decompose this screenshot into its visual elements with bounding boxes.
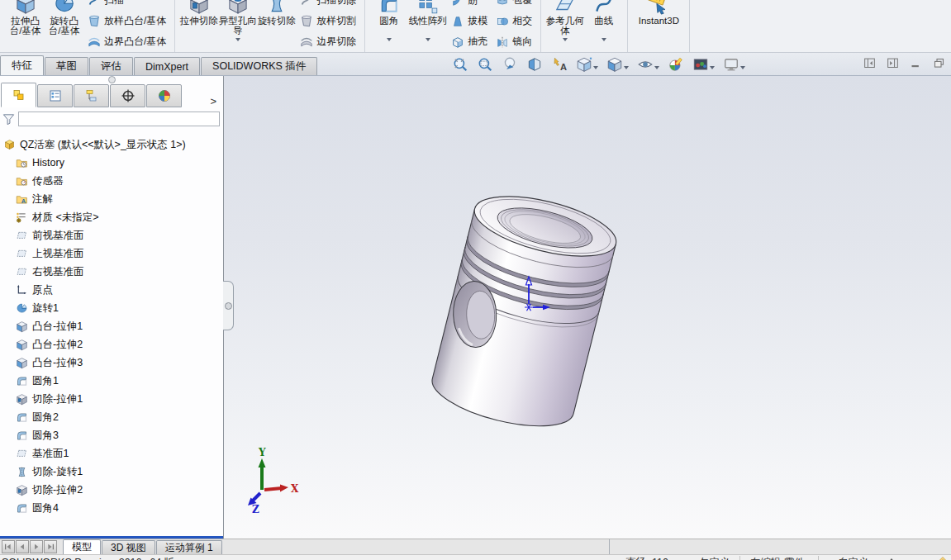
filter-funnel-icon[interactable] [2, 112, 16, 126]
dropdown-arrow-icon[interactable] [387, 38, 392, 41]
dropdown-arrow-icon[interactable] [602, 38, 606, 41]
zoom-fit-button[interactable] [450, 55, 470, 74]
tree-item[interactable]: 切除-拉伸1 [0, 390, 223, 408]
dropdown-arrow-icon[interactable] [710, 66, 715, 69]
tree-item[interactable]: 凸台-拉伸2 [0, 335, 223, 354]
panel-tab-featuremanager[interactable] [1, 83, 36, 107]
nav-prev-button[interactable] [16, 540, 29, 553]
panel-tab-propertymanager[interactable] [37, 84, 73, 107]
ribbon-button-shell[interactable]: 抽壳 [447, 31, 492, 52]
pane-right-button[interactable] [885, 56, 900, 70]
graphics-viewport[interactable]: Y X Z [224, 76, 951, 539]
featuremanager-panel: > QZ活塞 (默认<<默认>_显示状态 1>)History传感器A注解材质 … [0, 76, 224, 539]
tree-item[interactable]: 圆角3 [0, 426, 223, 444]
annotation-view-button[interactable]: A [549, 55, 569, 74]
tree-item[interactable]: A注解 [0, 190, 223, 208]
mirror-icon [496, 36, 509, 49]
bottom-tab-1[interactable]: 3D 视图 [102, 540, 155, 554]
bottom-tab-2[interactable]: 运动算例 1 [156, 540, 222, 554]
ribbon-button-instant3d[interactable]: Instant3D [632, 0, 685, 36]
zoom-area-button[interactable] [475, 55, 495, 74]
ribbon-button-lofted-boss[interactable]: 放样凸台/基体 [83, 11, 170, 31]
panel-tab-configurationmanager[interactable] [74, 84, 109, 107]
panel-collapse-tab[interactable] [223, 281, 234, 330]
ribbon-button-linear-pattern[interactable]: 线性阵列 [408, 0, 447, 41]
ribbon-button-draft[interactable]: 拔模 [447, 11, 492, 31]
tree-item[interactable]: 凸台-拉伸3 [0, 354, 223, 372]
tree-item[interactable]: 旋转1 [0, 299, 223, 317]
ribbon-button-intersect[interactable]: 相交 [492, 11, 536, 31]
ribbon-group: Instant3D [628, 0, 690, 53]
ribbon-button-mirror[interactable]: 镜向 [492, 31, 536, 52]
command-tab-4[interactable]: SOLIDWORKS 插件 [201, 57, 317, 75]
panel-tab-dimxpert[interactable] [110, 84, 145, 107]
nav-first-button[interactable] [2, 540, 15, 553]
ribbon-button-boundary-boss[interactable]: 边界凸台/基体 [83, 31, 170, 52]
view-settings-button[interactable] [721, 55, 747, 74]
pane-left-button[interactable] [862, 56, 877, 70]
tree-item[interactable]: History [0, 154, 223, 172]
dropdown-arrow-icon[interactable] [426, 38, 430, 41]
tree-item[interactable]: 圆角1 [0, 372, 223, 390]
ribbon-button-curves[interactable]: 曲线 [584, 0, 623, 41]
status-units-custom[interactable]: 自定义 [838, 556, 869, 560]
view-orientation-button[interactable] [574, 55, 600, 74]
tree-item[interactable]: 右视基准面 [0, 263, 223, 281]
nav-last-button[interactable] [44, 540, 57, 553]
status-tag-icon[interactable] [937, 556, 949, 560]
tree-item[interactable]: 凸台-拉伸1 [0, 317, 223, 335]
tree-item[interactable]: 前视基准面 [0, 226, 223, 244]
dropdown-arrow-icon[interactable] [654, 66, 659, 69]
tree-item[interactable]: 圆角4 [0, 499, 223, 517]
ribbon-column: 扫描放样凸台/基体边界凸台/基体 [83, 0, 170, 52]
ribbon-button-swept-cut[interactable]: 扫描切除 [296, 0, 360, 11]
panel-tabs-overflow-arrow[interactable]: > [210, 95, 216, 107]
command-tab-1[interactable]: 草图 [45, 57, 88, 75]
section-view-button[interactable] [525, 55, 544, 74]
command-tab-3[interactable]: DimXpert [134, 57, 200, 75]
restore-button[interactable] [931, 56, 946, 70]
ribbon-button-swept-boss[interactable]: 扫描 [83, 0, 170, 11]
ribbon-button-extruded-cut[interactable]: 拉伸切除 [179, 0, 218, 36]
dropdown-arrow-icon[interactable] [593, 66, 598, 69]
tree-item[interactable]: 传感器 [0, 172, 223, 190]
ribbon-button-hole-wizard[interactable]: 异型孔向导 [218, 0, 257, 41]
ribbon-button-wrap[interactable]: 包覆 [492, 0, 536, 11]
ribbon-button-revolved-cut[interactable]: 旋转切除 [257, 0, 296, 36]
tree-item[interactable]: 切除-旋转1 [0, 463, 223, 481]
minimize-button[interactable] [908, 56, 923, 70]
apply-scene-button[interactable] [691, 55, 716, 74]
ribbon-button-revolved-boss[interactable]: 旋转凸台/基体 [45, 0, 83, 36]
tree-item-root[interactable]: QZ活塞 (默认<<默认>_显示状态 1>) [0, 135, 223, 154]
dropdown-arrow-icon[interactable] [235, 38, 240, 41]
dropdown-arrow-icon[interactable] [740, 66, 745, 69]
edit-appearance-button[interactable] [666, 55, 686, 74]
dropdown-arrow-icon[interactable] [563, 38, 568, 41]
ribbon-button-fillet[interactable]: 圆角 [369, 0, 408, 41]
ribbon-button-lofted-cut[interactable]: 放样切割 [296, 11, 360, 31]
command-tab-2[interactable]: 评估 [89, 57, 133, 75]
ribbon-button-boundary-cut[interactable]: 边界切除 [296, 31, 360, 52]
panel-tab-displaymanager[interactable] [146, 84, 182, 107]
nav-next-button[interactable] [30, 540, 43, 553]
ribbon-button-rib[interactable]: 筋 [447, 0, 492, 11]
cut-revolve-feature-icon [16, 466, 28, 478]
command-tab-0[interactable]: 特征 [0, 55, 44, 75]
hide-show-items-button[interactable] [635, 55, 661, 74]
ribbon-button-extruded-boss[interactable]: 拉伸凸台/基体 [6, 0, 45, 36]
tree-item[interactable]: 切除-拉伸2 [0, 481, 223, 499]
ribbon-button-reference-geometry[interactable]: 参考几何体 [545, 0, 584, 41]
panel-splitter-handle[interactable] [0, 76, 223, 83]
tree-item[interactable]: 圆角2 [0, 408, 223, 426]
tree-item[interactable]: 原点 [0, 281, 223, 299]
feature-filter-input[interactable] [18, 112, 220, 126]
tree-item[interactable]: 材质 <未指定> [0, 208, 223, 226]
dropdown-arrow-icon[interactable] [624, 66, 629, 69]
tree-item[interactable]: 上视基准面 [0, 244, 223, 263]
previous-view-button[interactable] [500, 55, 520, 74]
previous-view-icon [502, 56, 518, 73]
bottom-tab-0[interactable]: 模型 [63, 539, 101, 554]
piston-model[interactable] [422, 183, 621, 438]
tree-item[interactable]: 基准面1 [0, 444, 223, 463]
display-style-button[interactable] [605, 55, 630, 74]
